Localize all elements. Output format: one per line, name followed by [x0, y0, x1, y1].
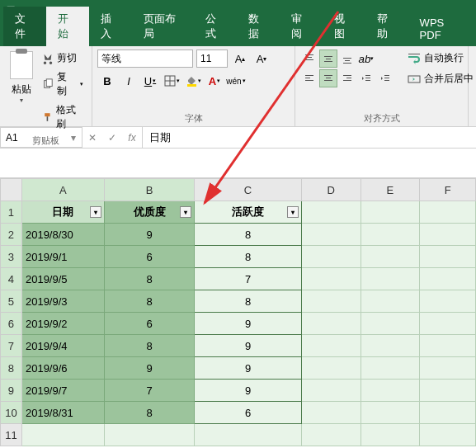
- cell-D6[interactable]: [301, 313, 361, 335]
- cell-C7[interactable]: 9: [195, 335, 301, 357]
- filter-dropdown-C[interactable]: ▾: [287, 206, 299, 218]
- cell-E2[interactable]: [361, 224, 420, 246]
- cell-E6[interactable]: [361, 313, 420, 335]
- merge-center-button[interactable]: 合并后居中: [406, 70, 475, 87]
- cell-F4[interactable]: [420, 268, 476, 290]
- cell-E4[interactable]: [361, 268, 420, 290]
- align-top-button[interactable]: [300, 50, 318, 68]
- row-header-3[interactable]: 3: [1, 246, 22, 268]
- select-all-corner[interactable]: [1, 179, 22, 201]
- fill-color-button[interactable]: ▾: [183, 71, 203, 91]
- font-size-input[interactable]: [196, 50, 228, 68]
- cell-F8[interactable]: [420, 357, 476, 380]
- col-header-F[interactable]: F: [420, 179, 476, 201]
- cell-D2[interactable]: [301, 224, 361, 246]
- tab-help[interactable]: 帮助: [365, 7, 408, 46]
- col-header-A[interactable]: A: [21, 179, 104, 201]
- row-header-8[interactable]: 8: [1, 357, 22, 380]
- cell-D4[interactable]: [301, 268, 361, 290]
- underline-button[interactable]: U▾: [140, 71, 160, 91]
- row-header-11[interactable]: 11: [1, 424, 22, 446]
- cell-F6[interactable]: [420, 313, 476, 335]
- copy-button[interactable]: 复制 ▾: [39, 68, 87, 100]
- cell-E3[interactable]: [361, 246, 420, 268]
- tab-file[interactable]: 文件: [3, 7, 46, 46]
- cell-C5[interactable]: 8: [195, 290, 301, 313]
- cell-B5[interactable]: 8: [104, 290, 195, 313]
- cell-B8[interactable]: 9: [104, 357, 195, 380]
- col-header-E[interactable]: E: [361, 179, 420, 201]
- cell-B10[interactable]: 8: [104, 402, 195, 424]
- tab-data[interactable]: 数据: [237, 7, 280, 46]
- cell-D8[interactable]: [301, 357, 361, 380]
- cell-B11[interactable]: [104, 424, 195, 446]
- cell-D1[interactable]: [301, 201, 361, 224]
- cell-F9[interactable]: [420, 380, 476, 402]
- cell-B3[interactable]: 6: [104, 246, 195, 268]
- cell-F3[interactable]: [420, 246, 476, 268]
- fx-icon[interactable]: fx: [122, 128, 142, 148]
- cell-D3[interactable]: [301, 246, 361, 268]
- cell-A1[interactable]: 日期▾: [21, 201, 104, 224]
- border-button[interactable]: ▾: [162, 71, 181, 91]
- tab-home[interactable]: 开始: [46, 7, 89, 46]
- cell-C4[interactable]: 7: [195, 268, 301, 290]
- cell-E1[interactable]: [361, 201, 420, 224]
- orientation-button[interactable]: ab▾: [357, 50, 375, 68]
- formula-input[interactable]: [142, 127, 476, 148]
- cell-B4[interactable]: 8: [104, 268, 195, 290]
- decrease-font-button[interactable]: A▾: [252, 50, 271, 68]
- cut-button[interactable]: 剪切: [39, 50, 87, 67]
- tab-view[interactable]: 视图: [323, 7, 365, 46]
- align-center-button[interactable]: [319, 69, 337, 87]
- cell-F1[interactable]: [420, 201, 476, 224]
- cell-F7[interactable]: [420, 335, 476, 357]
- filter-dropdown-A[interactable]: ▾: [90, 206, 101, 218]
- italic-button[interactable]: I: [119, 71, 139, 91]
- col-header-B[interactable]: B: [104, 179, 195, 201]
- row-header-7[interactable]: 7: [1, 335, 22, 357]
- paste-button[interactable]: 粘贴 ▾: [5, 50, 37, 107]
- row-header-4[interactable]: 4: [1, 268, 22, 290]
- cell-D5[interactable]: [301, 290, 361, 313]
- format-painter-button[interactable]: 格式刷: [39, 101, 87, 133]
- tab-insert[interactable]: 插入: [89, 7, 132, 46]
- cell-A4[interactable]: 2019/9/5: [21, 268, 104, 290]
- cell-C2[interactable]: 8: [195, 224, 301, 246]
- tab-pagelayout[interactable]: 页面布局: [132, 7, 195, 46]
- tab-wps[interactable]: WPS PDF: [408, 12, 476, 46]
- cell-A7[interactable]: 2019/9/4: [21, 335, 104, 357]
- wrap-text-button[interactable]: 自动换行: [406, 50, 475, 67]
- row-header-2[interactable]: 2: [1, 224, 22, 246]
- cell-A6[interactable]: 2019/9/2: [21, 313, 104, 335]
- font-name-input[interactable]: [97, 50, 193, 68]
- cell-C9[interactable]: 9: [195, 380, 301, 402]
- cell-A10[interactable]: 2019/8/31: [21, 402, 104, 424]
- cell-E5[interactable]: [361, 290, 420, 313]
- cell-A8[interactable]: 2019/9/6: [21, 357, 104, 380]
- bold-button[interactable]: B: [97, 71, 117, 91]
- cell-D11[interactable]: [301, 424, 361, 446]
- cell-D9[interactable]: [301, 380, 361, 402]
- align-middle-button[interactable]: [319, 50, 337, 68]
- cell-B1[interactable]: 优质度▾: [104, 201, 195, 224]
- col-header-C[interactable]: C: [195, 179, 301, 201]
- cell-A2[interactable]: 2019/8/30: [21, 224, 104, 246]
- cell-A3[interactable]: 2019/9/1: [21, 246, 104, 268]
- cell-D10[interactable]: [301, 402, 361, 424]
- increase-indent-button[interactable]: [376, 69, 394, 87]
- cell-C1[interactable]: 活跃度▾: [195, 201, 301, 224]
- cell-A9[interactable]: 2019/9/7: [21, 380, 104, 402]
- cell-C8[interactable]: 9: [195, 357, 301, 380]
- cell-E7[interactable]: [361, 335, 420, 357]
- cell-F5[interactable]: [420, 290, 476, 313]
- font-color-button[interactable]: A▾: [205, 71, 224, 91]
- tab-formulas[interactable]: 公式: [194, 7, 237, 46]
- row-header-10[interactable]: 10: [1, 402, 22, 424]
- cell-D7[interactable]: [301, 335, 361, 357]
- row-header-5[interactable]: 5: [1, 290, 22, 313]
- cell-E9[interactable]: [361, 380, 420, 402]
- cell-E8[interactable]: [361, 357, 420, 380]
- cell-C10[interactable]: 6: [195, 402, 301, 424]
- tab-review[interactable]: 审阅: [280, 7, 323, 46]
